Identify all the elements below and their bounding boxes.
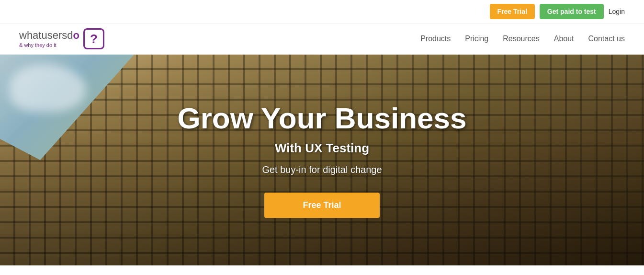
logo-sub-text: & why they do it — [19, 42, 79, 48]
logo-main-text: whatusersdo — [19, 29, 79, 42]
nav-about[interactable]: About — [554, 34, 574, 43]
free-trial-top-button[interactable]: Free Trial — [490, 4, 535, 19]
hero-cta-button[interactable]: Free Trial — [264, 193, 379, 218]
nav-contact[interactable]: Contact us — [588, 34, 625, 43]
hero-section: Grow Your Business With UX Testing Get b… — [0, 55, 644, 265]
top-bar: Free Trial Get paid to test Login — [0, 0, 644, 23]
login-link[interactable]: Login — [609, 8, 625, 15]
nav-products[interactable]: Products — [420, 34, 451, 43]
hero-content: Grow Your Business With UX Testing Get b… — [177, 102, 466, 218]
hero-description: Get buy-in for digital change — [177, 164, 466, 175]
nav-resources[interactable]: Resources — [503, 34, 539, 43]
hero-title: Grow Your Business — [177, 102, 466, 135]
hero-subtitle: With UX Testing — [177, 141, 466, 156]
get-paid-button[interactable]: Get paid to test — [540, 4, 604, 19]
header: whatusersdo & why they do it ? Products … — [0, 23, 644, 55]
logo[interactable]: whatusersdo & why they do it ? — [19, 28, 104, 49]
logo-text: whatusersdo & why they do it — [19, 29, 79, 48]
logo-icon: ? — [83, 28, 104, 49]
main-nav: Products Pricing Resources About Contact… — [420, 34, 625, 43]
nav-pricing[interactable]: Pricing — [465, 34, 488, 43]
